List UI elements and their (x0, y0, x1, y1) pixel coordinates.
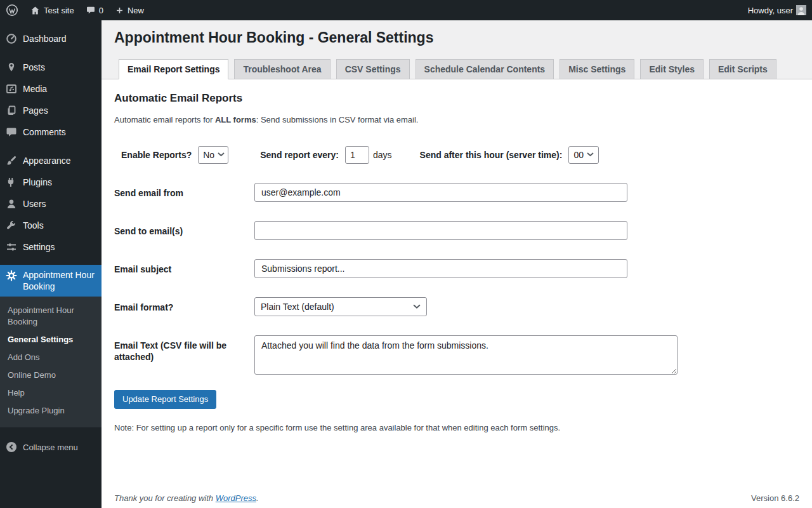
admin-footer: Thank you for creating with WordPress. V… (114, 493, 799, 503)
site-name-label: Test site (44, 6, 74, 15)
submenu-item-general-settings[interactable]: General Settings (0, 331, 102, 349)
send-from-label: Send email from (114, 183, 254, 202)
sidebar-item-posts[interactable]: Posts (0, 57, 102, 78)
tab-edit-scripts[interactable]: Edit Scripts (709, 59, 776, 79)
collapse-arrow-icon (5, 441, 18, 453)
sidebar-item-appointment-hour-booking[interactable]: Appointment Hour Booking (0, 265, 102, 297)
email-format-value: Plain Text (default) (261, 302, 334, 312)
admin-bar-right: Howdy, user (742, 0, 812, 20)
update-report-settings-button[interactable]: Update Report Settings (114, 390, 216, 409)
tab-bar: Email Report Settings Troubleshoot Area … (102, 59, 812, 79)
collapse-menu-label: Collapse menu (23, 443, 78, 452)
intro-text: Automatic email reports for ALL forms: S… (114, 115, 799, 124)
admin-bar: Test site 0 New Howdy, user (0, 0, 812, 20)
posts-icon (5, 61, 18, 74)
thanks-suffix: . (256, 493, 259, 503)
sidebar-item-settings[interactable]: Settings (0, 236, 102, 258)
site-name-link[interactable]: Test site (24, 0, 80, 20)
page-title: Appointment Hour Booking - General Setti… (114, 29, 799, 48)
comments-count: 0 (99, 6, 103, 15)
subject-row: Email subject (114, 259, 799, 278)
tab-schedule-calendar-contents[interactable]: Schedule Calendar Contents (416, 59, 554, 79)
media-icon (5, 83, 18, 95)
submenu-item-help[interactable]: Help (0, 384, 102, 402)
plugins-icon (5, 176, 18, 189)
sidebar-item-pages[interactable]: Pages (0, 100, 102, 121)
menu-separator (0, 143, 102, 150)
dashboard-icon (5, 32, 18, 45)
appearance-icon (5, 154, 18, 167)
report-hour-select[interactable]: 00 (568, 146, 599, 164)
submenu-item-appointment-hour-booking[interactable]: Appointment Hour Booking (0, 302, 102, 331)
avatar (796, 5, 806, 15)
sidebar-item-users[interactable]: Users (0, 193, 102, 215)
email-format-select[interactable]: Plain Text (default) (254, 297, 427, 316)
comments-icon (5, 126, 18, 138)
new-content-button[interactable]: New (109, 0, 150, 20)
wp-logo-button[interactable] (0, 0, 24, 20)
email-text-row: Email Text (CSV file will be attached) A… (114, 335, 799, 375)
sidebar-item-tools[interactable]: Tools (0, 215, 102, 236)
tools-icon (5, 219, 18, 232)
wordpress-logo-icon (6, 4, 18, 17)
chevron-down-icon (413, 304, 421, 309)
email-format-label: Email format? (114, 297, 254, 316)
submenu-item-upgrade-plugin[interactable]: Upgrade Plugin (0, 402, 102, 420)
chevron-down-icon (218, 152, 225, 157)
chevron-down-icon (587, 152, 594, 157)
comment-bubble-icon (86, 5, 96, 15)
thanks-prefix: Thank you for creating with (114, 493, 216, 503)
send-from-row: Send email from (114, 183, 799, 202)
report-schedule-row: Enable Reports? No Send report every: da… (121, 146, 799, 164)
tab-csv-settings[interactable]: CSV Settings (336, 59, 410, 79)
new-label: New (128, 6, 144, 15)
settings-icon (5, 241, 18, 253)
admin-bar-left: Test site 0 New (0, 0, 150, 20)
sidebar-item-appearance[interactable]: Appearance (0, 150, 102, 171)
report-days-input[interactable] (345, 146, 369, 164)
send-to-input[interactable] (254, 221, 627, 240)
submenu-item-online-demo[interactable]: Online Demo (0, 366, 102, 384)
format-row: Email format? Plain Text (default) (114, 297, 799, 316)
note-text: Note: For setting up a report only for a… (114, 423, 799, 432)
menu-separator (0, 50, 102, 57)
plugin-submenu: Appointment Hour Booking General Setting… (0, 297, 102, 427)
section-title: Automatic Email Reports (114, 92, 799, 105)
intro-prefix: Automatic email reports for (114, 115, 215, 124)
collapse-menu-button[interactable]: Collapse menu (0, 436, 102, 458)
report-hour-label: Send after this hour (server time): (420, 150, 563, 160)
pages-icon (5, 104, 18, 117)
send-from-input[interactable] (254, 183, 627, 202)
email-text-textarea[interactable]: Attached you will find the data from the… (254, 335, 678, 375)
intro-suffix: : Send submissions in CSV format via ema… (256, 115, 419, 124)
main-content: Appointment Hour Booking - General Setti… (102, 20, 812, 508)
email-subject-input[interactable] (254, 259, 627, 278)
tab-troubleshoot-area[interactable]: Troubleshoot Area (234, 59, 330, 79)
tab-edit-styles[interactable]: Edit Styles (640, 59, 704, 79)
sidebar-item-plugins[interactable]: Plugins (0, 171, 102, 193)
home-icon (30, 5, 41, 16)
enable-reports-value: No (203, 150, 214, 160)
comments-indicator[interactable]: 0 (80, 0, 109, 20)
howdy-label: Howdy, user (748, 6, 793, 15)
tab-misc-settings[interactable]: Misc Settings (560, 59, 634, 79)
sidebar-item-dashboard[interactable]: Dashboard (0, 28, 102, 50)
email-subject-label: Email subject (114, 259, 254, 278)
send-to-row: Send to email(s) (114, 221, 799, 240)
footer-thanks: Thank you for creating with WordPress. (114, 493, 259, 503)
sidebar-item-comments[interactable]: Comments (0, 121, 102, 143)
gear-icon (5, 269, 18, 282)
plus-icon (115, 6, 124, 15)
tab-email-report-settings[interactable]: Email Report Settings (119, 59, 228, 79)
users-icon (5, 197, 18, 210)
submenu-item-add-ons[interactable]: Add Ons (0, 349, 102, 366)
wordpress-link[interactable]: WordPress (216, 493, 256, 503)
version-label: Version 6.6.2 (751, 493, 799, 503)
enable-reports-select[interactable]: No (198, 146, 228, 164)
days-suffix-label: days (373, 150, 392, 160)
settings-panel: Automatic Email Reports Automatic email … (102, 79, 812, 508)
send-to-label: Send to email(s) (114, 221, 254, 240)
my-account-button[interactable]: Howdy, user (742, 0, 812, 20)
sidebar-item-media[interactable]: Media (0, 78, 102, 100)
menu-separator (0, 258, 102, 265)
